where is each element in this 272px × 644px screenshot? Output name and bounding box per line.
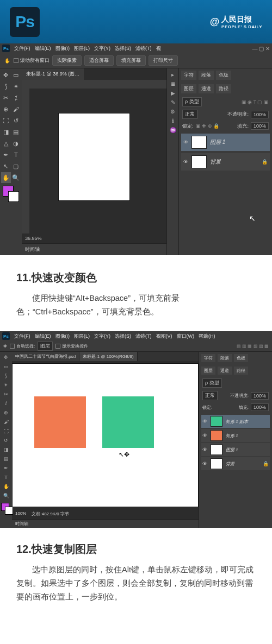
tab-paragraph[interactable]: 段落 [218, 354, 232, 362]
path-tool-icon[interactable]: ↖ [1, 161, 11, 172]
layer-thumbnail[interactable] [211, 430, 222, 441]
visibility-icon[interactable]: 👁 [202, 447, 207, 452]
tab-channels[interactable]: 通道 [218, 367, 232, 375]
filter-icons[interactable]: ▣ ◉ T ▢ ▣ [242, 99, 269, 105]
lasso-tool-icon[interactable]: ⟆ [1, 371, 11, 380]
magic-wand-tool-icon[interactable]: ✴ [1, 381, 11, 389]
menu-view[interactable]: 视图(V) [156, 333, 172, 340]
visibility-icon[interactable]: 👁 [183, 159, 188, 165]
hand-tool-icon[interactable]: ✋ [1, 172, 11, 183]
menu-image[interactable]: 图像(I) [55, 45, 70, 52]
type-tool-icon[interactable]: T [1, 473, 11, 482]
color-swatches[interactable] [1, 503, 11, 519]
lock-icons[interactable]: ▣ ✚ ⊕ 🔒 [196, 123, 220, 129]
layer-row[interactable]: 👁 矩形 1 [201, 429, 270, 442]
visibility-icon[interactable]: 👁 [202, 461, 207, 466]
layer-thumbnail[interactable] [211, 416, 222, 427]
canvas[interactable]: ↖✥ [12, 363, 199, 507]
healing-tool-icon[interactable]: ⊕ [1, 104, 11, 115]
fit-screen-button[interactable]: 适合屏幕 [84, 55, 114, 66]
blur-tool-icon[interactable]: △ [1, 138, 11, 149]
canvas-area[interactable] [22, 80, 166, 233]
menu-edit[interactable]: 编辑(E) [35, 333, 51, 340]
tab-swatches[interactable]: 色板 [216, 71, 231, 80]
zoom-tool-icon[interactable]: 🔍 [11, 172, 21, 183]
timeline-panel[interactable]: 时间轴 [12, 519, 199, 528]
layer-name[interactable]: 背景 [210, 158, 221, 166]
pen-tool-icon[interactable]: ✒ [1, 149, 11, 160]
stamp-tool-icon[interactable]: ⛶ [1, 427, 11, 435]
visibility-icon[interactable]: 👁 [202, 419, 207, 424]
window-controls[interactable]: — ▢ ✕ [252, 46, 270, 52]
tab-channels[interactable]: 通道 [199, 84, 214, 93]
panel-icon-1[interactable]: ▸ [171, 72, 174, 78]
history-brush-tool-icon[interactable]: ↺ [11, 115, 21, 126]
marquee-tool-icon[interactable]: ▭ [11, 70, 21, 80]
menu-view[interactable]: 视 [156, 45, 161, 52]
layer-thumbnail[interactable] [211, 444, 222, 455]
layer-name[interactable]: 图层 1 [210, 138, 225, 146]
zoom-percentage[interactable]: 36.95% [22, 233, 166, 243]
histogram-panel-icon[interactable]: ♒ [170, 127, 176, 133]
history-brush-tool-icon[interactable]: ↺ [1, 436, 11, 445]
layer-name[interactable]: 图层 1 [226, 447, 238, 453]
magic-wand-tool-icon[interactable]: ✴ [11, 81, 21, 92]
fill-value[interactable]: 100% [251, 403, 269, 411]
menu-filter[interactable]: 滤镜(T) [135, 333, 152, 340]
layer-filter-select[interactable]: ρ 类型 [202, 378, 222, 388]
actions-panel-icon[interactable]: ▶ [171, 90, 175, 96]
document-tab-1[interactable]: 中国风二十四节气白露海报.psd [12, 352, 79, 361]
brush-tool-icon[interactable]: 🖌 [1, 418, 11, 426]
actual-pixels-button[interactable]: 实际像素 [52, 55, 82, 66]
tab-layers[interactable]: 图层 [181, 84, 196, 93]
visibility-icon[interactable]: 👁 [202, 433, 207, 438]
properties-panel-icon[interactable]: ⚙ [170, 109, 175, 115]
menu-file[interactable]: 文件(F) [14, 333, 30, 340]
tab-layers[interactable]: 图层 [201, 367, 215, 375]
crop-tool-icon[interactable]: ✂ [1, 92, 11, 103]
layer-filter-select[interactable]: ρ 类型 [182, 97, 202, 106]
visibility-icon[interactable]: 👁 [183, 140, 188, 145]
layer-name[interactable]: 背景 [226, 461, 234, 467]
menu-type[interactable]: 文字(Y) [94, 45, 110, 52]
orange-rectangle[interactable] [34, 396, 86, 448]
dodge-tool-icon[interactable]: ◑ [11, 138, 21, 149]
scroll-all-windows-check[interactable]: 滚动所有窗口 [14, 57, 50, 64]
canvas[interactable] [59, 113, 129, 200]
healing-tool-icon[interactable]: ⊕ [1, 408, 11, 417]
layer-thumbnail[interactable] [191, 136, 207, 149]
layer-thumbnail[interactable] [211, 458, 222, 469]
layer-row[interactable]: 👁 背景 🔒 [201, 457, 270, 470]
menu-window[interactable]: 窗口(W) [177, 333, 195, 340]
layer-thumbnail[interactable] [191, 155, 207, 168]
brushes-panel-icon[interactable]: ✎ [171, 99, 175, 105]
green-rectangle[interactable] [102, 396, 154, 448]
move-tool-icon[interactable]: ✥ [1, 70, 11, 80]
blend-mode-select[interactable]: 正常 [202, 391, 218, 400]
menu-type[interactable]: 文字(Y) [94, 333, 110, 340]
crop-tool-icon[interactable]: ✂ [1, 390, 11, 399]
menu-layer[interactable]: 图层(L) [74, 45, 90, 52]
eraser-tool-icon[interactable]: ◨ [1, 445, 11, 454]
menu-file[interactable]: 文件(F) [14, 45, 30, 52]
zoom-percentage[interactable]: 100% [15, 511, 26, 517]
eraser-tool-icon[interactable]: ◨ [1, 127, 11, 137]
marquee-tool-icon[interactable]: ▭ [1, 362, 11, 371]
gradient-tool-icon[interactable]: ▤ [1, 454, 11, 463]
move-tool-icon[interactable]: ✥ [1, 353, 11, 362]
menu-select[interactable]: 选择(S) [115, 45, 131, 52]
layer-row[interactable]: 👁 图层 1 [201, 443, 270, 456]
align-icons[interactable]: ▤ ▥ ▦ ▧ ▨ ▩ [237, 344, 269, 349]
layer-row[interactable]: 👁 背景 🔒 [181, 153, 270, 171]
tab-swatches[interactable]: 色板 [234, 354, 248, 362]
layer-name[interactable]: 矩形 1 副本 [226, 419, 248, 425]
tab-character[interactable]: 字符 [201, 354, 215, 362]
menu-layer[interactable]: 图层(L) [74, 333, 90, 340]
menu-select[interactable]: 选择(S) [115, 333, 131, 340]
type-tool-icon[interactable]: T [11, 149, 21, 160]
menu-help[interactable]: 帮助(H) [199, 333, 215, 340]
opacity-value[interactable]: 100% [251, 111, 269, 118]
timeline-panel[interactable]: 时间轴 [22, 243, 166, 255]
pen-tool-icon[interactable]: ✒ [1, 464, 11, 472]
color-swatches[interactable] [1, 184, 21, 205]
